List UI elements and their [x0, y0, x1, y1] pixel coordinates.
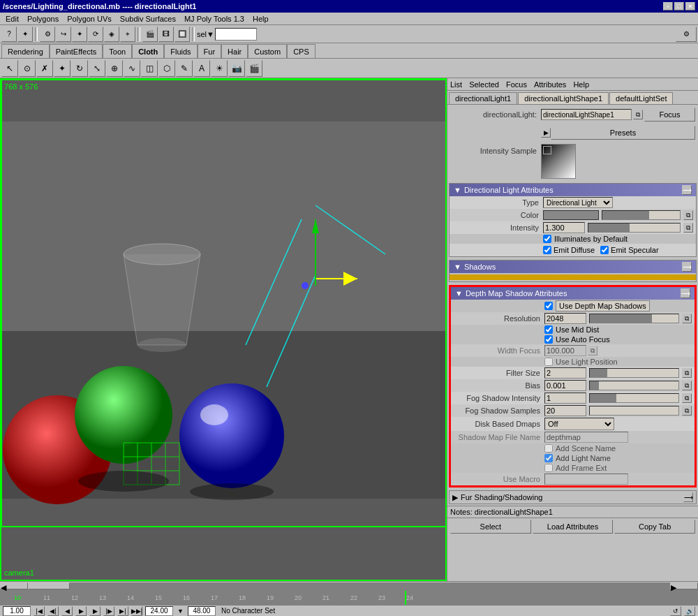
add-light-name-checkbox[interactable] — [544, 454, 553, 462]
icon-render[interactable]: 🎬 — [246, 60, 262, 77]
loop-btn[interactable]: ↺ — [670, 606, 681, 616]
play-btn[interactable]: ▶ — [75, 606, 87, 616]
frame-range-start[interactable] — [3, 606, 31, 616]
filter-size-slider[interactable] — [589, 368, 679, 378]
icon-select[interactable]: ↖ — [1, 60, 18, 77]
type-select[interactable]: Directional Light — [543, 197, 613, 208]
resolution-input[interactable] — [544, 313, 586, 324]
toolbar-btn-7[interactable]: ◈ — [104, 27, 119, 42]
maximize-btn[interactable]: □ — [674, 2, 684, 10]
intensity-slider[interactable] — [588, 223, 681, 233]
current-frame[interactable] — [145, 606, 173, 616]
scroll-track[interactable] — [28, 582, 670, 589]
color-extra-btn[interactable]: ⧉ — [683, 210, 693, 220]
dir-light-expand-btn[interactable]: ⟶ — [682, 185, 692, 195]
color-swatch[interactable] — [543, 210, 599, 220]
close-btn[interactable]: × — [685, 2, 695, 10]
toolbar-btn-5[interactable]: ✦ — [72, 27, 87, 42]
select-btn[interactable]: Select — [450, 520, 531, 534]
resolution-extra-btn[interactable]: ⧉ — [682, 314, 692, 323]
copy-tab-btn[interactable]: Copy Tab — [614, 520, 695, 534]
icon-curve[interactable]: ∿ — [124, 60, 140, 77]
bias-slider[interactable] — [589, 381, 679, 390]
menu-edit[interactable]: Edit — [1, 13, 23, 24]
menu-mj-tools[interactable]: MJ Poly Tools 1.3 — [180, 13, 248, 24]
icon-surface[interactable]: ◫ — [141, 60, 158, 77]
add-scene-name-checkbox[interactable] — [544, 444, 553, 453]
panel-menu-help[interactable]: Help — [573, 80, 589, 89]
end-btn[interactable]: ▶▶| — [131, 606, 142, 616]
scroll-left-btn[interactable]: ◀ — [0, 582, 28, 589]
use-macro-input[interactable] — [544, 474, 628, 485]
depth-map-expand-btn[interactable]: ⟶ — [681, 288, 690, 298]
presets-btn[interactable]: Presets — [551, 126, 695, 140]
resolution-slider[interactable] — [589, 314, 679, 323]
next-frame-btn[interactable]: ▶ — [89, 606, 101, 616]
toolbar-btn-6[interactable]: ⟳ — [88, 27, 103, 42]
fur-shading-section[interactable]: ▶ Fur Shading/Shadowing ⟶ — [449, 490, 697, 504]
toolbar-btn-10[interactable]: 🎞 — [158, 27, 174, 42]
toolbar-btn-3[interactable]: ⚙ — [40, 27, 55, 42]
fast-fwd-btn[interactable]: ▶| — [117, 606, 128, 616]
icon-sketch[interactable]: ✎ — [176, 60, 193, 77]
icon-scale[interactable]: ⤡ — [89, 60, 105, 77]
illuminates-checkbox[interactable] — [543, 235, 551, 243]
bias-extra-btn[interactable]: ⧉ — [682, 381, 692, 390]
intensity-extra-btn[interactable]: ⧉ — [683, 223, 693, 233]
panel-tab-directionallight[interactable]: directionalLight1 — [449, 92, 517, 104]
focus-btn[interactable]: Focus — [644, 108, 695, 122]
menu-polygon-uvs[interactable]: Polygon UVs — [63, 13, 116, 24]
toolbar-btn-9[interactable]: 🎬 — [142, 27, 158, 42]
shadow-map-file-input[interactable] — [544, 432, 628, 443]
shadows-header[interactable]: ▼ Shadows ⟶ — [450, 261, 696, 273]
intensity-input[interactable] — [543, 222, 585, 233]
tab-fluids[interactable]: Fluids — [164, 44, 197, 58]
icon-rotate[interactable]: ↻ — [71, 60, 88, 77]
scroll-right-btn[interactable]: ▶ — [670, 582, 698, 589]
step-back-btn[interactable]: ◀| — [47, 606, 59, 616]
panel-tab-directionalshape[interactable]: directionalLightShape1 — [518, 92, 609, 104]
load-attributes-btn[interactable]: Load Attributes — [533, 520, 614, 534]
tab-painteffects[interactable]: PaintEffects — [50, 44, 103, 58]
add-frame-ext-checkbox[interactable] — [544, 464, 553, 472]
menu-polygons[interactable]: Polygons — [23, 13, 63, 24]
icon-camera[interactable]: 📷 — [228, 60, 245, 77]
panel-menu-focus[interactable]: Focus — [506, 80, 527, 89]
icon-text[interactable]: A — [193, 60, 210, 77]
toolbar-btn-8[interactable]: ⌖ — [120, 27, 135, 42]
icon-poly[interactable]: ⬡ — [158, 60, 175, 77]
toolbar-btn-1[interactable]: ? — [1, 27, 17, 42]
filter-size-input[interactable] — [544, 367, 586, 379]
icon-light[interactable]: ☀ — [211, 60, 228, 77]
color-slider[interactable] — [602, 210, 681, 220]
shadows-expand-btn[interactable]: ⟶ — [682, 262, 692, 272]
timeline-ruler[interactable]: 10 11 12 13 14 15 16 17 18 19 20 21 22 2… — [0, 591, 698, 605]
panel-tab-defaultlightset[interactable]: defaultLightSet — [609, 92, 673, 104]
icon-move[interactable]: ✦ — [54, 60, 70, 77]
panel-menu-selected[interactable]: Selected — [469, 80, 499, 89]
toolbar-btn-2[interactable]: ✦ — [17, 27, 33, 42]
fog-samples-slider[interactable] — [589, 406, 679, 416]
use-auto-focus-checkbox[interactable] — [544, 335, 553, 344]
directional-light-input[interactable] — [541, 109, 632, 120]
viewport[interactable]: 768 x 576 camera1 — [0, 78, 447, 581]
tab-hair[interactable]: Hair — [221, 44, 248, 58]
menu-help[interactable]: Help — [248, 13, 273, 24]
width-focus-extra-btn[interactable]: ⧉ — [588, 346, 597, 355]
disk-based-select[interactable]: Off Overwrite Re-use — [544, 418, 614, 430]
frame-range-end[interactable] — [188, 606, 216, 616]
toolbar-btn-end[interactable]: ⚙ — [676, 27, 697, 42]
fog-intensity-slider[interactable] — [589, 393, 679, 403]
use-depth-map-checkbox[interactable] — [544, 302, 553, 310]
panel-menu-list[interactable]: List — [450, 80, 462, 89]
tab-fur[interactable]: Fur — [198, 44, 222, 58]
scroll-thumb[interactable] — [28, 582, 70, 589]
icon-paint[interactable]: ✗ — [36, 60, 53, 77]
arrow-btn[interactable]: ▶ — [541, 128, 551, 138]
toolbar-btn-4[interactable]: ↪ — [56, 27, 71, 42]
horizontal-scrollbar[interactable]: ◀ ▶ — [0, 581, 698, 589]
icon-lasso[interactable]: ⊙ — [19, 60, 36, 77]
copy-btn[interactable]: ⧉ — [633, 110, 643, 119]
toolbar-btn-11[interactable]: 🔲 — [174, 27, 190, 42]
prev-frame-btn[interactable]: ◀ — [61, 606, 73, 616]
